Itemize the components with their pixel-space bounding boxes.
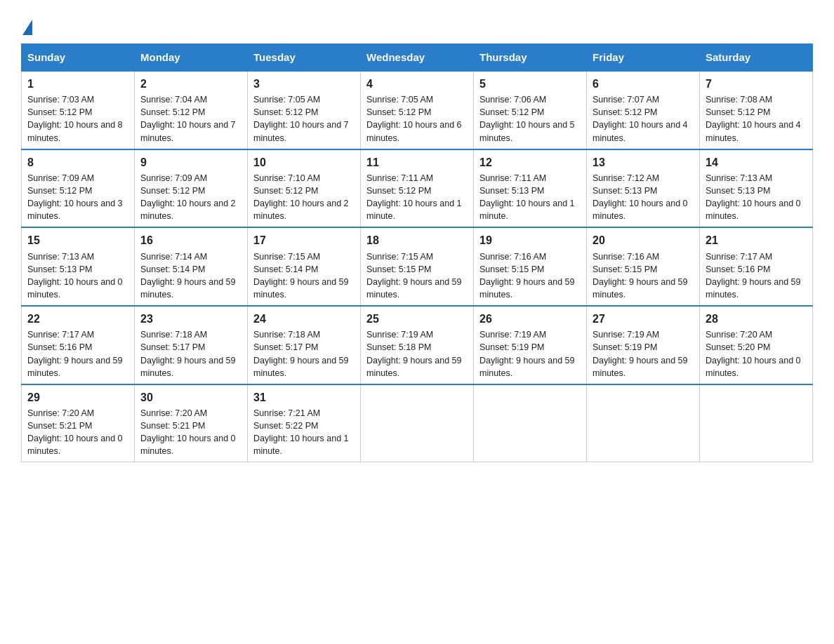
logo-triangle-icon [22,20,32,35]
day-cell-15: 15Sunrise: 7:13 AMSunset: 5:13 PMDayligh… [22,227,135,306]
day-cell-13: 13Sunrise: 7:12 AMSunset: 5:13 PMDayligh… [587,149,700,228]
day-number: 19 [479,232,581,248]
sunset-text: Sunset: 5:22 PM [253,420,355,432]
day-number: 26 [479,311,581,327]
col-header-monday: Monday [135,44,248,72]
day-cell-22: 22Sunrise: 7:17 AMSunset: 5:16 PMDayligh… [22,306,135,384]
col-header-friday: Friday [587,44,700,72]
day-header-row: SundayMondayTuesdayWednesdayThursdayFrid… [22,44,813,72]
daylight-text: Daylight: 9 hours and 59 minutes. [479,354,581,380]
day-number: 28 [706,311,807,327]
daylight-text: Daylight: 10 hours and 0 minutes. [706,197,807,222]
week-row-2: 8Sunrise: 7:09 AMSunset: 5:12 PMDaylight… [22,149,813,228]
sunset-text: Sunset: 5:13 PM [27,263,128,276]
sunset-text: Sunset: 5:12 PM [479,106,581,119]
day-number: 12 [479,154,581,170]
daylight-text: Daylight: 9 hours and 59 minutes. [593,354,694,380]
daylight-text: Daylight: 10 hours and 1 minute. [366,197,468,222]
sunset-text: Sunset: 5:17 PM [253,341,355,354]
daylight-text: Daylight: 10 hours and 5 minutes. [479,119,581,144]
day-number: 9 [140,154,241,170]
sunrise-text: Sunrise: 7:13 AM [706,172,807,185]
daylight-text: Daylight: 10 hours and 1 minute. [479,197,581,222]
sunset-text: Sunset: 5:12 PM [140,106,241,119]
day-cell-10: 10Sunrise: 7:10 AMSunset: 5:12 PMDayligh… [248,149,361,228]
daylight-text: Daylight: 10 hours and 4 minutes. [706,119,807,144]
sunrise-text: Sunrise: 7:13 AM [27,250,128,263]
sunset-text: Sunset: 5:17 PM [140,341,241,354]
sunrise-text: Sunrise: 7:18 AM [253,328,355,341]
daylight-text: Daylight: 10 hours and 0 minutes. [593,197,694,222]
day-number: 4 [366,76,468,92]
daylight-text: Daylight: 9 hours and 59 minutes. [366,354,468,380]
sunrise-text: Sunrise: 7:20 AM [140,407,241,420]
sunset-text: Sunset: 5:14 PM [253,263,355,276]
sunset-text: Sunset: 5:21 PM [27,420,128,432]
day-cell-8: 8Sunrise: 7:09 AMSunset: 5:12 PMDaylight… [22,149,135,228]
sunset-text: Sunset: 5:16 PM [706,263,807,276]
sunrise-text: Sunrise: 7:15 AM [253,250,355,263]
daylight-text: Daylight: 10 hours and 1 minute. [253,432,355,457]
sunset-text: Sunset: 5:21 PM [140,420,241,432]
daylight-text: Daylight: 10 hours and 0 minutes. [27,432,128,457]
sunrise-text: Sunrise: 7:06 AM [479,93,581,106]
sunrise-text: Sunrise: 7:21 AM [253,407,355,420]
sunset-text: Sunset: 5:15 PM [479,263,581,276]
sunset-text: Sunset: 5:14 PM [140,263,241,276]
sunset-text: Sunset: 5:15 PM [593,263,694,276]
daylight-text: Daylight: 10 hours and 3 minutes. [27,197,128,222]
daylight-text: Daylight: 9 hours and 59 minutes. [140,276,241,301]
sunrise-text: Sunrise: 7:11 AM [366,172,468,185]
day-number: 6 [593,76,694,92]
day-number: 15 [27,232,128,248]
day-number: 8 [27,154,128,170]
day-cell-3: 3Sunrise: 7:05 AMSunset: 5:12 PMDaylight… [248,71,361,149]
calendar-table: SundayMondayTuesdayWednesdayThursdayFrid… [21,43,813,462]
sunrise-text: Sunrise: 7:17 AM [27,328,128,341]
daylight-text: Daylight: 9 hours and 59 minutes. [253,276,355,301]
day-cell-28: 28Sunrise: 7:20 AMSunset: 5:20 PMDayligh… [700,306,813,384]
day-cell-9: 9Sunrise: 7:09 AMSunset: 5:12 PMDaylight… [135,149,248,228]
sunset-text: Sunset: 5:19 PM [593,341,694,354]
col-header-thursday: Thursday [474,44,587,72]
day-number: 27 [593,311,694,327]
week-row-1: 1Sunrise: 7:03 AMSunset: 5:12 PMDaylight… [22,71,813,149]
week-row-4: 22Sunrise: 7:17 AMSunset: 5:16 PMDayligh… [22,306,813,384]
sunrise-text: Sunrise: 7:18 AM [140,328,241,341]
empty-cell [361,384,474,462]
empty-cell [474,384,587,462]
sunset-text: Sunset: 5:12 PM [140,185,241,197]
sunset-text: Sunset: 5:18 PM [366,341,468,354]
day-number: 2 [140,76,241,92]
daylight-text: Daylight: 9 hours and 59 minutes. [479,276,581,301]
day-cell-17: 17Sunrise: 7:15 AMSunset: 5:14 PMDayligh… [248,227,361,306]
sunset-text: Sunset: 5:13 PM [479,185,581,197]
sunrise-text: Sunrise: 7:20 AM [27,407,128,420]
day-cell-2: 2Sunrise: 7:04 AMSunset: 5:12 PMDaylight… [135,71,248,149]
day-cell-29: 29Sunrise: 7:20 AMSunset: 5:21 PMDayligh… [22,384,135,462]
day-cell-26: 26Sunrise: 7:19 AMSunset: 5:19 PMDayligh… [474,306,587,384]
day-cell-21: 21Sunrise: 7:17 AMSunset: 5:16 PMDayligh… [700,227,813,306]
day-cell-12: 12Sunrise: 7:11 AMSunset: 5:13 PMDayligh… [474,149,587,228]
daylight-text: Daylight: 10 hours and 0 minutes. [27,276,128,301]
sunset-text: Sunset: 5:12 PM [366,185,468,197]
daylight-text: Daylight: 9 hours and 59 minutes. [706,276,807,301]
daylight-text: Daylight: 10 hours and 2 minutes. [253,197,355,222]
daylight-text: Daylight: 10 hours and 6 minutes. [366,119,468,144]
logo [21,14,32,31]
day-number: 5 [479,76,581,92]
sunrise-text: Sunrise: 7:03 AM [27,93,128,106]
daylight-text: Daylight: 10 hours and 0 minutes. [140,432,241,457]
day-number: 24 [253,311,355,327]
day-cell-23: 23Sunrise: 7:18 AMSunset: 5:17 PMDayligh… [135,306,248,384]
day-number: 25 [366,311,468,327]
daylight-text: Daylight: 9 hours and 59 minutes. [366,276,468,301]
sunrise-text: Sunrise: 7:09 AM [27,172,128,185]
sunrise-text: Sunrise: 7:20 AM [706,328,807,341]
sunset-text: Sunset: 5:19 PM [479,341,581,354]
daylight-text: Daylight: 10 hours and 0 minutes. [706,354,807,380]
daylight-text: Daylight: 10 hours and 2 minutes. [140,197,241,222]
sunrise-text: Sunrise: 7:15 AM [366,250,468,263]
day-number: 13 [593,154,694,170]
day-number: 1 [27,76,128,92]
